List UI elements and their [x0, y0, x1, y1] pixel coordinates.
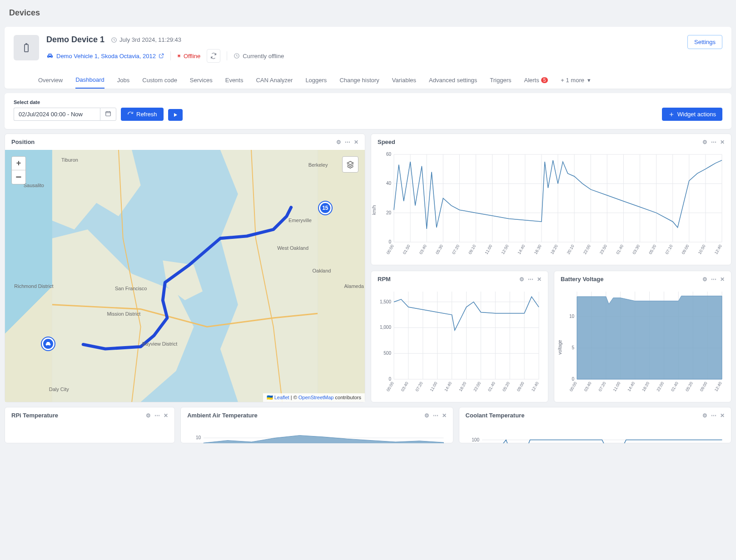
- widget-ambient-temp: Ambient Air Temperature ⚙ ⋯ ✕ 10: [180, 407, 453, 443]
- widget-rpm: RPM ⚙ ⋯ ✕ 05001,0001,50000:0003:4007:201…: [371, 271, 548, 402]
- tab-advanced-settings[interactable]: Advanced settings: [429, 72, 477, 88]
- tabs-more[interactable]: + 1 more ▾: [561, 72, 591, 88]
- map[interactable]: San Francisco Oakland Berkeley Emeryvill…: [5, 150, 365, 402]
- clock-icon: [234, 53, 240, 59]
- tab-dashboard[interactable]: Dashboard: [75, 72, 104, 89]
- map-city-label: Bayview District: [142, 341, 178, 347]
- clock-icon: [111, 37, 117, 43]
- svg-text:20: 20: [386, 210, 392, 215]
- more-icon[interactable]: ⋯: [711, 412, 716, 419]
- tab-overview[interactable]: Overview: [38, 72, 63, 88]
- gear-icon[interactable]: ⚙: [424, 412, 429, 419]
- gear-icon[interactable]: ⚙: [146, 412, 151, 419]
- zoom-in-button[interactable]: +: [12, 157, 25, 170]
- map-city-label: Sausalito: [24, 183, 44, 188]
- tab-events[interactable]: Events: [225, 72, 244, 88]
- svg-text:20:10: 20:10: [566, 244, 575, 255]
- osm-link[interactable]: OpenStreetMap: [298, 395, 334, 400]
- svg-text:05:20: 05:20: [502, 381, 511, 392]
- svg-text:09:00: 09:00: [681, 244, 690, 255]
- svg-text:01:40: 01:40: [670, 381, 679, 392]
- svg-text:40: 40: [386, 181, 392, 186]
- more-icon[interactable]: ⋯: [433, 412, 438, 419]
- toolbar: Select date Refresh Widget actions: [5, 93, 731, 129]
- close-icon[interactable]: ✕: [537, 276, 542, 282]
- svg-text:00:00: 00:00: [386, 381, 395, 392]
- widget-coolant-temp: Coolant Temperature ⚙ ⋯ ✕ 100: [459, 407, 731, 443]
- close-icon[interactable]: ✕: [720, 139, 725, 145]
- svg-text:07:10: 07:10: [665, 244, 674, 255]
- svg-text:22:00: 22:00: [582, 244, 592, 255]
- speed-chart: 020406000:0001:5003:4005:3007:2009:1011:…: [376, 150, 726, 260]
- svg-text:1,000: 1,000: [380, 325, 391, 330]
- more-icon[interactable]: ⋯: [154, 412, 160, 419]
- gear-icon[interactable]: ⚙: [519, 276, 524, 282]
- svg-text:60: 60: [386, 152, 392, 157]
- close-icon[interactable]: ✕: [164, 412, 168, 419]
- map-layers-button[interactable]: [342, 156, 358, 173]
- rpi-temp-chart: 60: [10, 423, 170, 443]
- car-icon: [46, 52, 54, 59]
- gear-icon[interactable]: ⚙: [702, 276, 707, 282]
- zoom-out-button[interactable]: −: [12, 170, 25, 184]
- svg-text:0: 0: [388, 377, 391, 382]
- svg-text:16:30: 16:30: [533, 244, 542, 255]
- device-header-card: Demo Device 1 July 3rd 2024, 11:29:43 De…: [5, 27, 731, 89]
- tab-variables[interactable]: Variables: [392, 72, 416, 88]
- svg-text:07:20: 07:20: [415, 381, 424, 392]
- widget-actions-button[interactable]: Widget actions: [662, 108, 722, 121]
- svg-text:14:40: 14:40: [517, 244, 526, 255]
- tab-jobs[interactable]: Jobs: [117, 72, 129, 88]
- date-picker-button[interactable]: [100, 108, 116, 121]
- widget-position: Position ⚙ ⋯ ✕: [5, 134, 365, 402]
- gear-icon[interactable]: ⚙: [702, 139, 707, 145]
- map-city-label: Daly City: [49, 387, 69, 392]
- page-title: Devices: [0, 0, 736, 22]
- widget-title: RPM: [378, 276, 391, 282]
- gear-icon[interactable]: ⚙: [336, 139, 341, 145]
- tab-custom-code[interactable]: Custom code: [142, 72, 177, 88]
- connection-status: Currently offline: [234, 53, 284, 59]
- svg-text:0: 0: [572, 377, 574, 382]
- svg-text:0: 0: [388, 239, 391, 244]
- svg-text:09:10: 09:10: [467, 244, 477, 255]
- refresh-status-button[interactable]: [207, 49, 220, 63]
- leaflet-link[interactable]: Leaflet: [274, 395, 289, 400]
- tab-change-history[interactable]: Change history: [339, 72, 379, 88]
- close-icon[interactable]: ✕: [720, 276, 725, 282]
- svg-text:5: 5: [572, 345, 574, 350]
- close-icon[interactable]: ✕: [354, 139, 358, 145]
- tab-alerts[interactable]: Alerts5: [524, 72, 548, 88]
- date-range-input[interactable]: [14, 108, 100, 121]
- svg-text:05:30: 05:30: [435, 244, 444, 255]
- svg-text:01:40: 01:40: [487, 381, 496, 392]
- map-marker[interactable]: 15: [319, 202, 332, 214]
- map-city-label: Oakland: [312, 268, 331, 273]
- refresh-icon: [210, 53, 217, 59]
- external-link-icon: [159, 53, 164, 59]
- gear-icon[interactable]: ⚙: [702, 412, 707, 419]
- svg-text:05:20: 05:20: [648, 244, 657, 255]
- map-zoom-controls: + −: [11, 156, 26, 184]
- tab-loggers[interactable]: Loggers: [305, 72, 327, 88]
- svg-text:03:40: 03:40: [400, 381, 409, 392]
- tab-services[interactable]: Services: [190, 72, 213, 88]
- svg-rect-2: [106, 112, 111, 116]
- refresh-button[interactable]: Refresh: [121, 108, 164, 121]
- map-marker-start[interactable]: [42, 337, 55, 350]
- play-button[interactable]: [168, 109, 183, 121]
- map-city-label: Tiburon: [61, 157, 78, 163]
- tab-triggers[interactable]: Triggers: [490, 72, 511, 88]
- close-icon[interactable]: ✕: [720, 412, 725, 419]
- svg-text:09:00: 09:00: [516, 381, 525, 392]
- more-icon[interactable]: ⋯: [711, 276, 716, 282]
- tab-can-analyzer[interactable]: CAN Analyzer: [256, 72, 293, 88]
- more-icon[interactable]: ⋯: [345, 139, 350, 145]
- widget-title: Coolant Temperature: [466, 412, 525, 419]
- vehicle-link[interactable]: Demo Vehicle 1, Skoda Octavia, 2012: [46, 52, 164, 59]
- more-icon[interactable]: ⋯: [711, 139, 716, 145]
- svg-text:11:00: 11:00: [484, 244, 493, 255]
- settings-button[interactable]: Settings: [687, 35, 722, 49]
- more-icon[interactable]: ⋯: [528, 276, 533, 282]
- close-icon[interactable]: ✕: [442, 412, 447, 419]
